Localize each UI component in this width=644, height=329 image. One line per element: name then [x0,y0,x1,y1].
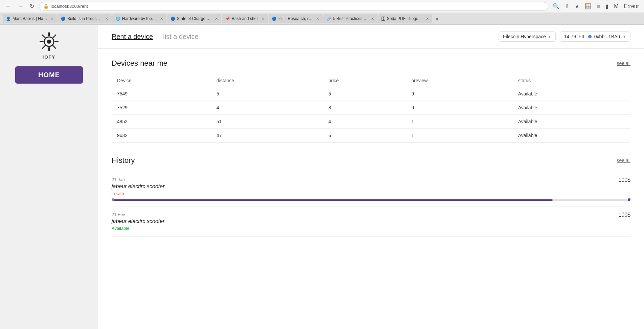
table-row[interactable]: 96324761Available [112,129,630,142]
home-button[interactable]: HOME [15,66,83,84]
col-status: status [513,74,630,87]
nav-links: Rent a device list a device [112,33,199,41]
list-device-link[interactable]: list a device [163,33,199,41]
tab-close-7[interactable]: ✕ [371,17,374,21]
tab-state-of-charge[interactable]: 🔵 State of Charge Esti... ✕ [167,14,221,23]
forward-button[interactable]: → [16,3,25,10]
svg-point-5 [47,40,51,44]
app-layout: IOFY HOME Rent a device list a device Fi… [0,25,644,329]
tab-bash[interactable]: 📌 Bash and shell ✕ [222,14,268,23]
table-row[interactable]: 48525141Available [112,115,630,129]
devices-title: Devices near me [112,59,167,68]
tab-close-1[interactable]: ✕ [50,17,53,21]
balance-label: 14.79 IFIL [564,34,585,39]
history-device-name: jabeur electirc scooter [112,183,165,190]
history-status: in Use [112,191,165,196]
history-section-header: History see all [112,156,630,165]
devices-table: Device distance price preview status 754… [112,74,630,142]
col-preview: preview [406,74,513,87]
logo-text: IOFY [43,54,55,60]
main-content: Rent a device list a device Filecoin Hyp… [98,25,644,329]
extensions-icon[interactable]: 🪟 [583,2,593,10]
tab-close-5[interactable]: ✕ [261,17,264,21]
menu-icon[interactable]: ≡ [595,3,602,10]
cell-device: 7529 [112,101,211,115]
col-device: Device [112,74,211,87]
tab-close-8[interactable]: ✕ [426,17,429,21]
devices-section-header: Devices near me see all [112,59,630,68]
history-title: History [112,156,135,165]
cell-device: 9632 [112,129,211,142]
sidebar-toggle-icon[interactable]: ▮ [604,2,610,10]
tab-label-3: Hardware by the N... [122,16,157,21]
tab-icon-6: 🔵 [272,17,277,21]
history-progress-bar [112,199,630,201]
sidebar: IOFY HOME [0,25,98,329]
tab-best-practices[interactable]: 🔗 5 Best Practices for... ✕ [323,14,377,23]
history-item[interactable]: 21 Fev jabeur electirc scooter Available… [112,206,630,237]
svg-line-6 [42,35,46,38]
history-status: Available [112,226,165,231]
nav-right: Filecoin Hyperspace ▼ 14.79 IFIL 0xbb...… [499,31,630,42]
tab-icon-2: 🔵 [61,17,66,21]
tab-close-3[interactable]: ✕ [160,17,163,21]
cell-distance: 4 [211,101,323,115]
history-item-info: 21 Fev jabeur electirc scooter Available [112,212,165,231]
cell-price: 4 [323,115,406,129]
search-icon[interactable]: 🔍 [551,2,561,10]
url-text: localhost:3000/rent [51,4,88,9]
history-item[interactable]: 21 Jan jabeur electirc scooter in Use 10… [112,172,630,206]
tab-marc-barros[interactable]: 👤 Marc Barros | How... ✕ [3,14,57,23]
tab-label-4: State of Charge Esti... [177,16,212,21]
cell-device: 7549 [112,87,211,101]
rent-device-link[interactable]: Rent a device [112,33,153,41]
tab-soda-pdf[interactable]: 🅂 Soda PDF - Logiciel... ✕ [378,14,432,23]
tab-hardware[interactable]: 🌐 Hardware by the N... ✕ [112,14,166,23]
history-price: 100$ [618,177,630,183]
network-chevron: ▼ [548,35,551,39]
tab-close-2[interactable]: ✕ [105,17,108,21]
table-row[interactable]: 7529489Available [112,101,630,115]
back-button[interactable]: ← [3,3,13,10]
tab-buildits[interactable]: 🔵 BuildIts in Progress:... ✕ [58,14,112,23]
tab-close-4[interactable]: ✕ [215,17,218,21]
profile-icon[interactable]: M [612,3,620,10]
cell-preview: 1 [406,115,513,129]
history-price: 100$ [618,212,630,218]
svg-line-8 [42,45,46,48]
progress-dot-left [112,198,114,201]
col-price: price [323,74,406,87]
share-icon[interactable]: ⇧ [563,2,571,10]
cell-status: Available [513,87,630,101]
svg-line-7 [52,35,56,38]
bookmark-icon[interactable]: ★ [573,2,581,10]
address-bar[interactable]: 🔒 localhost:3000/rent [39,2,548,10]
cell-preview: 9 [406,101,513,115]
tab-close-6[interactable]: ✕ [316,17,319,21]
tab-label-7: 5 Best Practices for... [333,16,368,21]
wallet-button[interactable]: 14.79 IFIL 0xbb...1BA6 ▼ [560,31,630,42]
history-item-info: 21 Jan jabeur electirc scooter in Use [112,177,165,196]
history-list: 21 Jan jabeur electirc scooter in Use 10… [112,172,630,237]
reload-button[interactable]: ↻ [28,2,36,10]
tab-label-8: Soda PDF - Logiciel... [387,16,423,21]
wallet-address: 0xbb...1BA6 [594,34,620,39]
network-label: Filecoin Hyperspace [503,34,546,39]
table-row[interactable]: 7549559Available [112,87,630,101]
devices-see-all[interactable]: see all [617,61,630,66]
logo-area: IOFY [39,31,59,60]
error-button[interactable]: Erreur [622,3,641,10]
svg-rect-0 [48,32,50,36]
tab-icon-4: 🔵 [170,17,175,21]
cell-price: 6 [323,129,406,142]
tab-label-6: IoT - Research, rep... [278,16,313,21]
tab-icon-7: 🔗 [327,17,331,21]
history-item-header: 21 Fev jabeur electirc scooter Available… [112,212,630,231]
network-selector[interactable]: Filecoin Hyperspace ▼ [499,31,556,42]
browser-icons: 🔍 ⇧ ★ 🪟 ≡ ▮ M Erreur [551,2,641,10]
cell-distance: 47 [211,129,323,142]
history-section: History see all 21 Jan jabeur electirc s… [112,156,630,237]
history-see-all[interactable]: see all [617,158,630,163]
tabs-more-button[interactable]: » [434,15,440,22]
tab-iot[interactable]: 🔵 IoT - Research, rep... ✕ [269,14,323,23]
